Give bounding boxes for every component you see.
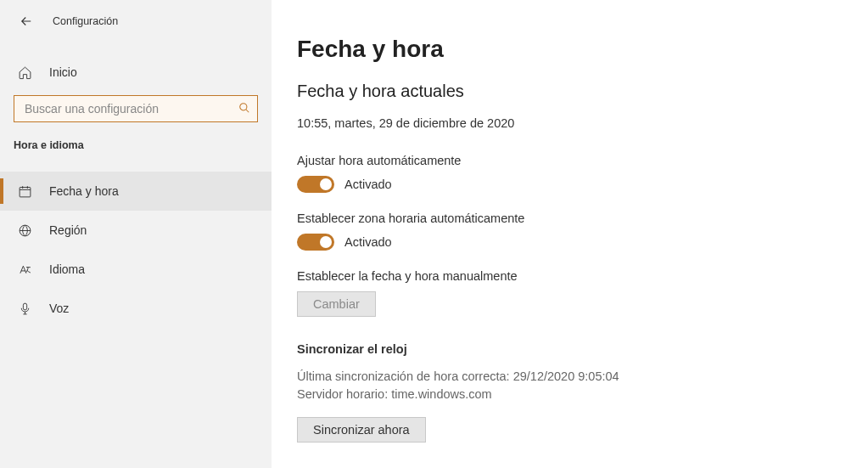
auto-time-state: Activado bbox=[344, 178, 392, 191]
sync-now-button[interactable]: Sincronizar ahora bbox=[297, 417, 426, 443]
sync-info: Última sincronización de hora correcta: … bbox=[297, 368, 868, 403]
main-content: Fecha y hora Fecha y hora actuales 10:55… bbox=[272, 0, 868, 468]
sidebar-nav: Fecha y hora Región Idioma Voz bbox=[0, 172, 272, 328]
sync-section: Sincronizar el reloj Última sincronizaci… bbox=[297, 342, 868, 443]
search-input[interactable] bbox=[25, 102, 238, 116]
svg-point-0 bbox=[240, 103, 247, 110]
sidebar-item-language[interactable]: Idioma bbox=[0, 250, 272, 289]
page-title: Fecha y hora bbox=[297, 36, 868, 63]
sync-title: Sincronizar el reloj bbox=[297, 342, 868, 356]
sidebar: Configuración Inicio Hora e idioma Fecha… bbox=[0, 0, 272, 468]
auto-time-toggle-row: Activado bbox=[297, 176, 868, 193]
auto-time-toggle[interactable] bbox=[297, 176, 334, 193]
manual-label: Establecer la fecha y hora manualmente bbox=[297, 269, 868, 283]
auto-tz-state: Activado bbox=[344, 235, 392, 249]
sidebar-item-label: Voz bbox=[49, 302, 69, 315]
auto-tz-toggle-row: Activado bbox=[297, 234, 868, 251]
search-box[interactable] bbox=[14, 95, 258, 122]
sync-server: Servidor horario: time.windows.com bbox=[297, 386, 868, 403]
language-icon bbox=[17, 262, 32, 277]
home-icon bbox=[17, 65, 32, 80]
auto-tz-label: Establecer zona horaria automáticamente bbox=[297, 211, 868, 225]
sidebar-home-label: Inicio bbox=[49, 65, 77, 79]
sidebar-item-region[interactable]: Región bbox=[0, 211, 272, 250]
header-title: Configuración bbox=[53, 15, 118, 27]
search-icon bbox=[238, 102, 250, 116]
auto-time-label: Ajustar hora automáticamente bbox=[297, 154, 868, 167]
sidebar-item-label: Fecha y hora bbox=[49, 184, 119, 198]
sync-last: Última sincronización de hora correcta: … bbox=[297, 368, 868, 386]
svg-rect-1 bbox=[20, 187, 31, 196]
sidebar-category: Hora e idioma bbox=[0, 122, 272, 156]
datetime-icon bbox=[17, 183, 32, 199]
sidebar-item-label: Idioma bbox=[49, 262, 85, 276]
sidebar-item-label: Región bbox=[49, 223, 87, 237]
mic-icon bbox=[17, 301, 32, 316]
change-button: Cambiar bbox=[297, 291, 376, 317]
sidebar-item-voice[interactable]: Voz bbox=[0, 289, 272, 328]
back-icon[interactable] bbox=[19, 14, 34, 29]
sidebar-item-datetime[interactable]: Fecha y hora bbox=[0, 172, 272, 211]
header-row: Configuración bbox=[0, 7, 272, 36]
sidebar-home[interactable]: Inicio bbox=[0, 56, 272, 88]
section-title: Fecha y hora actuales bbox=[297, 82, 868, 101]
svg-rect-3 bbox=[23, 303, 26, 310]
auto-tz-toggle[interactable] bbox=[297, 234, 334, 251]
current-datetime: 10:55, martes, 29 de diciembre de 2020 bbox=[297, 116, 868, 130]
globe-icon bbox=[17, 223, 32, 238]
